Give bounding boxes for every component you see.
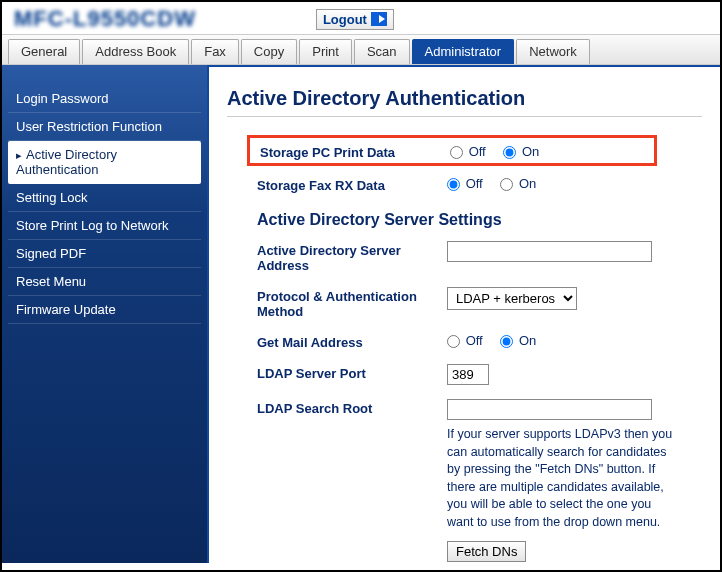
tab-address-book[interactable]: Address Book [82,39,189,64]
tab-general[interactable]: General [8,39,80,64]
storage-fax-off[interactable]: Off [447,176,483,191]
logout-icon [371,12,387,26]
sidebar-item-signed-pdf[interactable]: Signed PDF [8,240,201,268]
tab-copy[interactable]: Copy [241,39,297,64]
protocol-select[interactable]: LDAP + kerberos [447,287,577,310]
sidebar-item-store-print-log[interactable]: Store Print Log to Network [8,212,201,240]
tab-administrator[interactable]: Administrator [412,39,515,64]
tab-network[interactable]: Network [516,39,590,64]
main-content: Active Directory Authentication Storage … [207,65,720,563]
server-section-title: Active Directory Server Settings [257,211,702,229]
ldap-hint: If your server supports LDAPv3 then you … [447,426,677,531]
protocol-label: Protocol & Authentication Method [257,287,447,319]
ldap-root-input[interactable] [447,399,652,420]
tab-row: General Address Book Fax Copy Print Scan… [2,34,720,65]
server-addr-label: Active Directory Server Address [257,241,447,273]
ldap-root-label: LDAP Search Root [257,399,447,416]
tab-print[interactable]: Print [299,39,352,64]
server-addr-input[interactable] [447,241,652,262]
logout-button[interactable]: Logout [316,9,394,30]
sidebar-item-firmware-update[interactable]: Firmware Update [8,296,201,324]
sidebar-item-setting-lock[interactable]: Setting Lock [8,184,201,212]
tab-scan[interactable]: Scan [354,39,410,64]
get-mail-label: Get Mail Address [257,333,447,350]
ldap-port-label: LDAP Server Port [257,364,447,381]
sidebar-item-login-password[interactable]: Login Password [8,85,201,113]
storage-fax-on[interactable]: On [500,176,536,191]
storage-pc-off[interactable]: Off [450,144,486,159]
storage-pc-on[interactable]: On [503,144,539,159]
get-mail-off[interactable]: Off [447,333,483,348]
product-name: MFC-L9550CDW [14,6,196,32]
ldap-port-input[interactable] [447,364,489,385]
page-title: Active Directory Authentication [227,87,702,117]
get-mail-on[interactable]: On [500,333,536,348]
sidebar-item-reset-menu[interactable]: Reset Menu [8,268,201,296]
tab-fax[interactable]: Fax [191,39,239,64]
storage-fax-label: Storage Fax RX Data [257,176,447,193]
sidebar: Login Password User Restriction Function… [2,65,207,563]
sidebar-item-user-restriction[interactable]: User Restriction Function [8,113,201,141]
logout-label: Logout [323,12,367,27]
sidebar-item-active-directory[interactable]: Active Directory Authentication [8,141,201,184]
fetch-dns-button[interactable]: Fetch DNs [447,541,526,562]
storage-pc-label: Storage PC Print Data [260,143,450,160]
highlight-storage-pc: Storage PC Print Data Off On [247,135,657,166]
